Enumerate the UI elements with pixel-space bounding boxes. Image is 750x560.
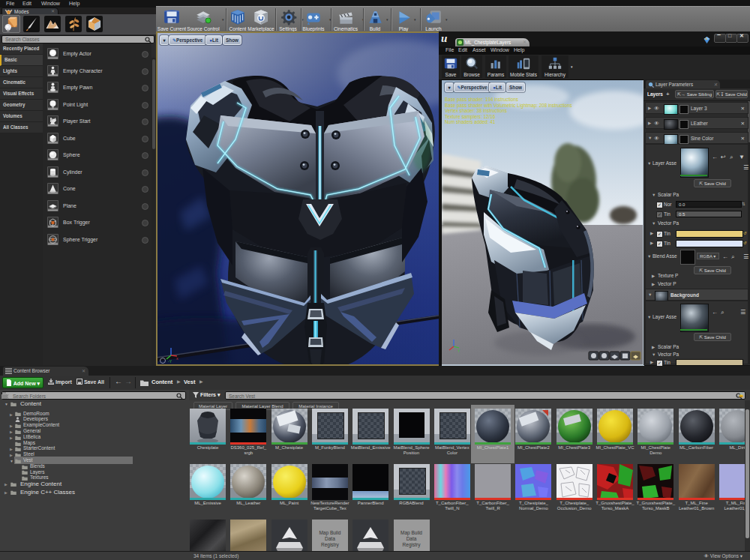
svg-text:-Y: -Y [168, 359, 172, 364]
